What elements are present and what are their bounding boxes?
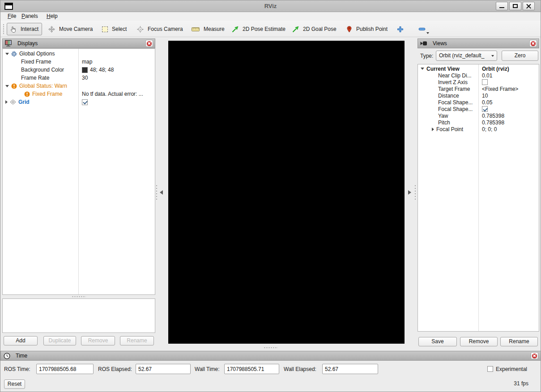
row-label: Current View: [426, 66, 460, 72]
row-value[interactable]: 0; 0; 0: [478, 126, 539, 132]
row-value[interactable]: 48; 48; 48: [78, 67, 155, 73]
duplicate-display-button[interactable]: Duplicate: [43, 336, 76, 345]
right-splitter-handle[interactable]: [414, 184, 416, 200]
wall-time-field[interactable]: [224, 364, 279, 374]
displays-panel-title: Displays: [17, 40, 38, 47]
views-close-button[interactable]: [529, 40, 537, 47]
tool-2d-goal-pose[interactable]: 2D Goal Pose: [292, 24, 337, 34]
close-icon: [532, 354, 537, 358]
toolbar-drag-handle[interactable]: [3, 24, 4, 34]
titlebar[interactable]: RViz: [0, 0, 541, 12]
row-value[interactable]: 0.05: [478, 99, 539, 106]
tool-label: Select: [112, 26, 127, 32]
view-type-dropdown[interactable]: Orbit (rviz_default_: [436, 51, 497, 61]
tool-label: 2D Pose Estimate: [243, 26, 285, 32]
column-divider[interactable]: [78, 49, 79, 294]
left-splitter-handle[interactable]: [156, 184, 158, 200]
tree-row-background-color[interactable]: Background Color 48; 48; 48: [3, 66, 155, 74]
row-value[interactable]: 0.01: [478, 72, 539, 79]
expander-down-icon[interactable]: [5, 85, 9, 87]
time-panel-header[interactable]: Time: [0, 351, 541, 361]
minimize-button[interactable]: [496, 2, 508, 10]
row-value[interactable]: <Fixed Frame>: [478, 86, 539, 92]
rename-view-button[interactable]: Rename: [500, 337, 538, 346]
remove-tool-button[interactable]: [418, 24, 428, 34]
wall-elapsed-field[interactable]: [322, 364, 378, 374]
close-window-button[interactable]: [523, 2, 535, 10]
invert-z-checkbox[interactable]: [482, 79, 488, 85]
tool-select[interactable]: Select: [102, 24, 127, 34]
add-tool-button[interactable]: [397, 24, 406, 34]
grid-enabled-checkbox[interactable]: [82, 99, 88, 105]
tool-focus-camera[interactable]: Focus Camera: [137, 24, 183, 34]
tree-row-status-fixed-frame[interactable]: Fixed Frame No tf data. Actual error: ..…: [3, 90, 155, 98]
fps-counter: 31 fps: [493, 380, 528, 387]
tool-publish-point[interactable]: Publish Point: [346, 24, 388, 34]
tree-row-grid[interactable]: Grid: [3, 98, 155, 106]
time-close-button[interactable]: [531, 352, 538, 359]
save-view-button[interactable]: Save: [418, 337, 457, 346]
row-label: Pitch: [438, 119, 450, 126]
row-label: Focal Point: [436, 126, 463, 132]
tool-measure[interactable]: Measure: [192, 24, 225, 34]
rename-display-button[interactable]: Rename: [120, 336, 154, 345]
reset-button[interactable]: Reset: [4, 379, 25, 389]
remove-display-button[interactable]: Remove: [81, 336, 115, 345]
row-value[interactable]: Orbit (rviz): [478, 66, 539, 72]
3d-viewport[interactable]: [168, 41, 405, 344]
row-value[interactable]: 30: [78, 75, 155, 81]
expander-right-icon[interactable]: [5, 100, 8, 104]
row-value[interactable]: No tf data. Actual error: ...: [78, 91, 155, 97]
remove-view-button[interactable]: Remove: [460, 337, 498, 346]
clock-icon: [4, 353, 10, 359]
tool-move-camera[interactable]: Move Camera: [48, 24, 93, 34]
tree-row-frame-rate[interactable]: Frame Rate 30: [3, 74, 155, 82]
row-value[interactable]: map: [78, 59, 155, 65]
column-divider[interactable]: [478, 64, 479, 331]
menu-help[interactable]: Help: [44, 12, 60, 21]
expander-down-icon[interactable]: [421, 68, 424, 70]
maximize-button[interactable]: [509, 2, 521, 10]
experimental-checkbox[interactable]: [487, 366, 493, 372]
ros-elapsed-field[interactable]: [136, 364, 191, 374]
tree-row-global-status[interactable]: Global Status: Warn: [3, 82, 155, 90]
displays-close-button[interactable]: [145, 40, 153, 47]
displays-monitor-icon: [4, 40, 12, 47]
gear-icon: [11, 51, 17, 57]
ros-time-field[interactable]: [36, 364, 94, 374]
menu-file[interactable]: File: [5, 12, 18, 21]
row-label: Focal Shape...: [438, 106, 473, 112]
tool-interact[interactable]: Interact: [7, 23, 42, 35]
row-value[interactable]: [78, 99, 155, 105]
row-label: Near Clip Di...: [438, 72, 472, 79]
move-camera-icon: [48, 26, 55, 33]
add-display-button[interactable]: Add: [4, 336, 38, 345]
tree-row-fixed-frame[interactable]: Fixed Frame map: [3, 58, 155, 66]
remove-tool-minus-icon: [418, 26, 426, 33]
menu-panels[interactable]: Panels: [19, 12, 40, 21]
splitter-handle[interactable]: [72, 296, 86, 298]
row-label: Grid: [18, 99, 30, 105]
row-value[interactable]: [478, 79, 539, 85]
row-value[interactable]: 10: [478, 93, 539, 99]
toolbar: Interact Move Camera Select Focus Camera…: [0, 21, 541, 37]
bottom-splitter-handle[interactable]: [264, 347, 278, 349]
zero-button[interactable]: Zero: [502, 51, 538, 61]
row-value[interactable]: 0.785398: [478, 113, 539, 119]
row-label: Invert Z Axis: [438, 79, 468, 85]
row-label: Yaw: [438, 113, 448, 119]
views-tree: Current View Orbit (rviz) Near Clip Di..…: [417, 64, 539, 332]
views-camera-icon: [420, 41, 427, 46]
displays-panel-header[interactable]: Displays: [2, 38, 155, 48]
expander-down-icon[interactable]: [5, 53, 9, 55]
tree-row-global-options[interactable]: Global Options: [3, 50, 155, 58]
row-value[interactable]: [478, 106, 539, 112]
expander-right-icon[interactable]: [432, 128, 434, 131]
collapse-right-arrow-icon[interactable]: [408, 190, 411, 195]
views-panel-header[interactable]: Views: [417, 38, 539, 48]
tool-2d-pose-estimate[interactable]: 2D Pose Estimate: [232, 24, 285, 34]
focal-shape-checkbox[interactable]: [482, 106, 488, 112]
collapse-left-arrow-icon[interactable]: [160, 190, 163, 195]
rviz-window: { "window": { "title": "RViz" }, "menu_b…: [0, 0, 541, 392]
row-value[interactable]: 0.785398: [478, 119, 539, 126]
